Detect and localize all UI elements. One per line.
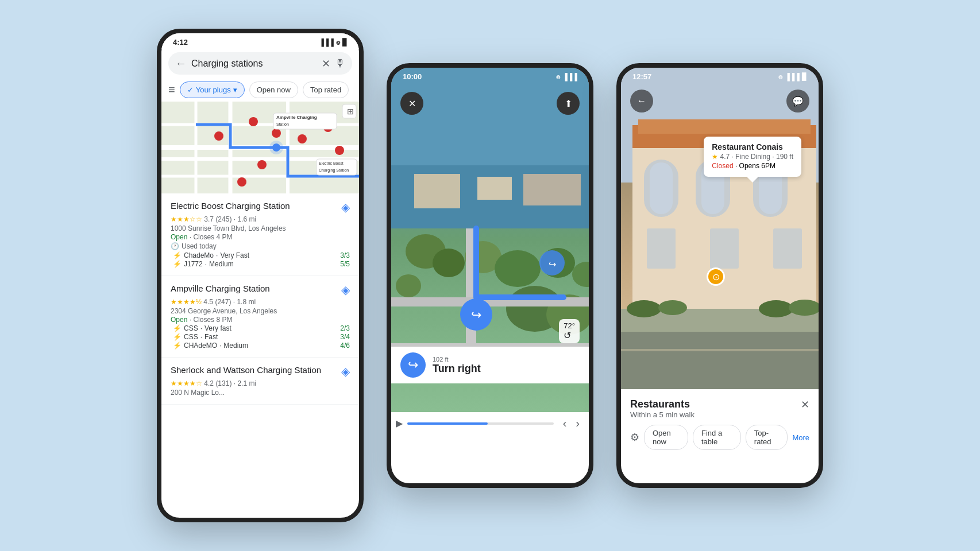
status-icons-2: ⌾ ▐▐▐: [556, 73, 577, 81]
svg-point-11: [298, 134, 307, 143]
nav-icon-2[interactable]: ◈: [341, 283, 350, 297]
search-bar[interactable]: ← Charging stations ✕ 🎙: [168, 52, 352, 75]
clear-icon[interactable]: ✕: [322, 57, 330, 70]
charger-speed-2-1: Very fast: [205, 324, 232, 332]
time-3: 12:57: [632, 72, 651, 81]
svg-text:⊞: ⊞: [347, 107, 354, 116]
opens-label: Opens 6PM: [739, 162, 775, 170]
closes-1: Closes 4 PM: [193, 233, 232, 241]
svg-point-66: [759, 300, 793, 317]
station-header-1: Electric Boost Charging Station ◈: [171, 200, 350, 214]
svg-text:↪: ↪: [549, 259, 556, 269]
nav-map[interactable]: ↪ ↪ ✕ ⬆ 72° ↺ ↪ 102 ft Turn right: [391, 68, 589, 412]
map-area[interactable]: Ampville Charging Station Electric Boost…: [161, 102, 359, 193]
charger-left-1-2: ⚡ J1772 · Medium: [173, 260, 234, 268]
next-button[interactable]: ›: [571, 414, 584, 432]
charger-type-2-1: CSS: [184, 324, 198, 332]
card-stars: ★: [712, 153, 718, 161]
charger-row-2-2: ⚡ CSS · Fast 3/4: [171, 333, 350, 341]
rest-panel-header: Restaurants Within a 5 min walk ✕: [630, 398, 809, 419]
used-label-1: Used today: [182, 242, 217, 250]
station-address-2: 2304 George Avenue, Los Angeles: [171, 307, 350, 315]
station-meta-3: ★★★★☆ 4.2 (131) · 2.1 mi: [171, 379, 350, 387]
filter-top-rated[interactable]: Top rated: [303, 82, 349, 98]
temp-badge: 72° ↺: [559, 319, 580, 343]
svg-rect-30: [414, 174, 460, 208]
turn-info: 102 ft Turn right: [433, 356, 481, 375]
filter-bar: ≡ ✓ Your plugs ▾ Open now Top rated: [161, 78, 359, 102]
status-bar-1: 4:12 ▐▐▐ ⌾ ▊: [161, 33, 359, 49]
station-header-3: Sherlock and Wattson Charging Station ◈: [171, 364, 350, 378]
svg-point-36: [495, 250, 541, 287]
filter-open-now-rest[interactable]: Open now: [644, 425, 688, 450]
restaurant-info-card[interactable]: Restaurant Conais ★ 4.7 · Fine Dining · …: [704, 137, 801, 177]
progress-bar: [407, 422, 554, 425]
rating-1: 3.7: [204, 215, 214, 223]
filter-top-rated-rest[interactable]: Top-rated: [746, 425, 788, 450]
check-icon: ✓: [187, 86, 194, 94]
mic-icon[interactable]: 🎙: [335, 57, 345, 70]
clock-icon-1: 🕐: [171, 242, 179, 250]
filter-find-table[interactable]: Find a table: [693, 425, 741, 450]
svg-point-15: [257, 160, 267, 169]
open-status-2: Open: [171, 316, 187, 324]
time-2: 10:00: [403, 72, 422, 81]
charger-row-1-1: ⚡ ChadeMo · Very Fast 3/3: [171, 251, 350, 259]
charger-left-1-1: ⚡ ChadeMo · Very Fast: [173, 251, 249, 259]
rest-chat-button[interactable]: 💬: [786, 90, 809, 112]
card-type: Fine Dining: [735, 153, 770, 161]
rest-top-bar: ← 💬: [621, 85, 819, 117]
svg-point-10: [272, 129, 281, 138]
charger-speed-2-2: Fast: [205, 333, 218, 341]
station-item-3[interactable]: Sherlock and Wattson Charging Station ◈ …: [161, 358, 359, 405]
charger-avail-1-1: 3/3: [340, 251, 350, 259]
nav-icon-3[interactable]: ◈: [341, 364, 350, 378]
station-item-1[interactable]: Electric Boost Charging Station ◈ ★★★☆☆ …: [161, 193, 359, 276]
filter-open-now[interactable]: Open now: [249, 82, 298, 98]
wifi-icon-3: ⌾: [778, 73, 782, 81]
station-item-2[interactable]: Ampville Charging Station ◈ ★★★★½ 4.5 (2…: [161, 276, 359, 358]
svg-text:Station: Station: [276, 122, 289, 126]
svg-text:Charging Station: Charging Station: [319, 168, 349, 173]
close-panel-button[interactable]: ✕: [801, 398, 809, 411]
charger-avail-1-2: 5/5: [340, 260, 350, 268]
nav-share-button[interactable]: ⬆: [557, 92, 580, 115]
rest-filter-bar: ⚙ Open now Find a table Top-rated More: [630, 425, 809, 450]
charger-speed-2-3: Medium: [223, 342, 248, 350]
status-bar-2: 10:00 ⌾ ▐▐▐: [391, 68, 589, 83]
battery-icon: ▊: [342, 38, 348, 46]
closed-label: Closed: [712, 162, 733, 170]
card-rating: 4.7: [720, 153, 730, 161]
rest-filter-icon[interactable]: ⚙: [630, 431, 639, 444]
rest-back-button[interactable]: ←: [630, 90, 653, 112]
back-button[interactable]: ←: [175, 57, 187, 70]
nav-close-button[interactable]: ✕: [400, 92, 423, 115]
prev-button[interactable]: ‹: [558, 414, 572, 432]
phone-charging-stations: 4:12 ▐▐▐ ⌾ ▊ ← Charging stations ✕ 🎙 ≡ ✓…: [157, 29, 364, 522]
progress-fill: [407, 422, 488, 425]
filter-top-rated-label: Top-rated: [754, 429, 771, 446]
svg-point-8: [214, 131, 223, 141]
svg-rect-59: [647, 228, 676, 269]
temp-value: 72°: [564, 321, 575, 330]
distance-3: 2.1 mi: [237, 379, 256, 387]
nav-icon-1[interactable]: ◈: [341, 200, 350, 214]
station-name-2: Ampville Charging Station: [171, 283, 270, 294]
charger-row-2-1: ⚡ CSS · Very fast 2/3: [171, 324, 350, 332]
filter-icon[interactable]: ≡: [168, 83, 175, 96]
svg-point-64: [627, 300, 661, 317]
charger-avail-2-1: 2/3: [340, 324, 350, 332]
charger-row-2-3: ⚡ CHAdeMO · Medium 4/6: [171, 342, 350, 350]
play-button[interactable]: ▶: [396, 418, 403, 429]
lightning-icon-2-3: ⚡: [173, 342, 182, 350]
more-filters-button[interactable]: More: [792, 433, 809, 442]
chevron-down-icon: ▾: [233, 86, 237, 94]
svg-point-18: [269, 141, 283, 154]
svg-rect-52: [638, 119, 811, 134]
battery-icon-3: ▊: [802, 73, 807, 81]
map-svg: Ampville Charging Station Electric Boost…: [161, 102, 359, 193]
filter-your-plugs[interactable]: ✓ Your plugs ▾: [180, 82, 245, 98]
phone-restaurant: 12:57 ⌾ ▐▐▐ ▊: [616, 63, 823, 488]
restaurant-photo: ← 💬 Restaurant Conais ★ 4.7 · Fine Dinin…: [621, 68, 819, 389]
station-list: Electric Boost Charging Station ◈ ★★★☆☆ …: [161, 193, 359, 405]
